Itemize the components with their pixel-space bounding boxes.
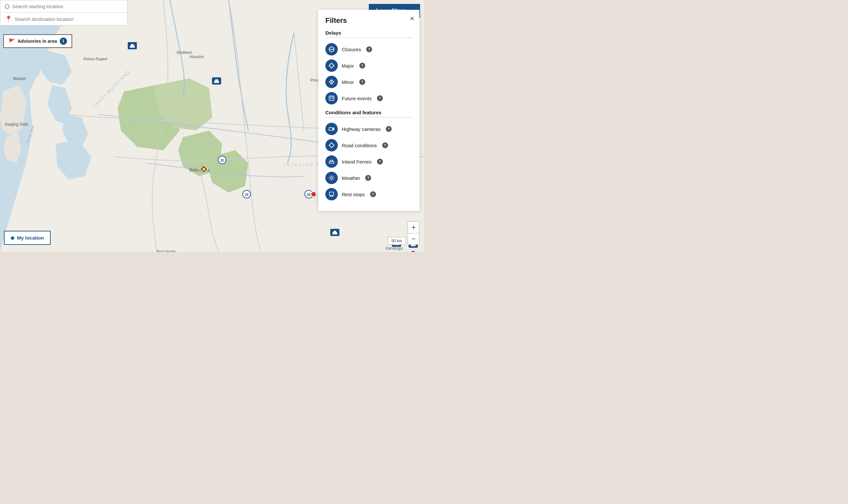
svg-line-73 <box>333 179 333 180</box>
closures-label: Closures <box>342 47 361 52</box>
road-conditions-label: Road conditions <box>342 143 377 148</box>
rest-stops-icon <box>325 188 338 200</box>
minor-icon <box>325 76 338 88</box>
filter-weather[interactable]: Weather ? <box>325 172 412 184</box>
major-icon <box>325 59 338 72</box>
destination-icon: 📍 <box>5 16 12 22</box>
road-conditions-icon <box>325 139 338 151</box>
svg-text:Masset: Masset <box>13 76 26 81</box>
start-icon <box>5 4 10 9</box>
zoom-in-button[interactable]: + <box>408 221 419 233</box>
inland-ferries-icon <box>325 156 338 168</box>
inland-ferries-label: Inland Ferries <box>342 159 372 164</box>
closure-marker-6[interactable] <box>310 191 317 197</box>
filters-close-button[interactable]: × <box>410 14 414 23</box>
future-events-help[interactable]: ? <box>377 95 383 101</box>
svg-rect-38 <box>215 79 218 80</box>
svg-text:Port Hardy: Port Hardy <box>157 249 175 252</box>
svg-text:Daajing Giids: Daajing Giids <box>5 122 28 127</box>
highway-cameras-label: Highway cameras <box>342 126 381 132</box>
svg-rect-48 <box>332 234 338 234</box>
svg-text:Prince Rupert: Prince Rupert <box>83 57 107 61</box>
advisories-label: Advisories in area <box>18 38 57 44</box>
filter-highway-cameras[interactable]: Highway cameras ? <box>325 123 412 135</box>
major-help[interactable]: ? <box>359 63 365 69</box>
svg-line-74 <box>333 176 333 177</box>
advisories-button[interactable]: 🚩 Advisories in area 1 <box>3 34 72 48</box>
svg-rect-35 <box>131 44 134 46</box>
filter-road-conditions[interactable]: Road conditions ? <box>325 139 412 151</box>
inland-ferries-help[interactable]: ? <box>377 159 383 164</box>
flag-icon: 🚩 <box>8 38 15 44</box>
svg-rect-76 <box>329 192 333 195</box>
svg-rect-60 <box>332 98 333 99</box>
road-conditions-help[interactable]: ? <box>382 142 388 148</box>
ferry-marker-2[interactable] <box>212 77 221 85</box>
svg-rect-65 <box>330 160 333 162</box>
svg-text:Smithers: Smithers <box>176 50 192 55</box>
svg-marker-51 <box>329 63 334 68</box>
filter-closures[interactable]: Closures ? <box>325 43 412 55</box>
svg-text:Houston: Houston <box>189 55 204 59</box>
zoom-controls: + − <box>408 221 419 245</box>
search-destination-input[interactable] <box>15 16 122 22</box>
location-marker[interactable]: ◆ <box>200 165 208 173</box>
closures-help[interactable]: ? <box>366 46 372 52</box>
zoom-out-button[interactable]: − <box>408 233 419 245</box>
svg-marker-62 <box>332 127 334 130</box>
weather-icon <box>325 172 338 184</box>
svg-rect-36 <box>130 47 135 48</box>
minor-help[interactable]: ? <box>359 79 365 85</box>
future-events-label: Future events <box>342 96 372 101</box>
my-location-icon: ◈ <box>11 235 14 241</box>
filters-title: Filters <box>325 16 412 25</box>
svg-rect-47 <box>333 231 336 232</box>
ferry-marker-1[interactable] <box>128 42 137 49</box>
my-location-label: My location <box>17 235 44 240</box>
scale-bar: 50 km <box>388 237 406 245</box>
rest-stops-label: Rest stops <box>342 192 365 197</box>
my-location-button[interactable]: ◈ My location <box>4 231 51 245</box>
svg-rect-55 <box>329 96 334 100</box>
search-starting-input[interactable] <box>12 4 122 9</box>
filter-rest-stops[interactable]: Rest stops ? <box>325 188 412 200</box>
highway-cameras-icon <box>325 123 338 135</box>
filters-panel: Filters × Delays Closures ? Major ? Mino… <box>318 10 419 211</box>
rest-stops-help[interactable]: ? <box>370 191 376 197</box>
svg-text:Kamloops: Kamloops <box>385 246 403 251</box>
future-events-icon <box>325 92 338 105</box>
svg-rect-45 <box>411 246 416 246</box>
weather-help[interactable]: ? <box>365 175 371 181</box>
filter-minor[interactable]: Minor ? <box>325 76 412 88</box>
search-panel: 📍 <box>0 0 127 25</box>
advisory-count: 1 <box>60 38 67 45</box>
closure-marker-8[interactable] <box>410 250 416 252</box>
delays-section-title: Delays <box>325 30 412 38</box>
svg-line-75 <box>330 179 330 180</box>
svg-text:20: 20 <box>220 159 224 162</box>
minor-label: Minor <box>342 79 354 85</box>
closures-icon <box>325 43 338 55</box>
svg-rect-59 <box>330 98 331 99</box>
major-label: Major <box>342 63 354 69</box>
destination-location-box[interactable]: 📍 <box>0 13 127 25</box>
conditions-section-title: Conditions and features <box>325 110 412 118</box>
svg-text:20: 20 <box>245 193 248 197</box>
svg-line-72 <box>330 176 330 177</box>
filter-major[interactable]: Major ? <box>325 59 412 72</box>
svg-point-67 <box>331 177 333 179</box>
starting-location-box[interactable] <box>0 0 127 13</box>
svg-marker-63 <box>329 143 334 148</box>
highway-cameras-help[interactable]: ? <box>386 126 392 132</box>
svg-rect-61 <box>329 128 333 130</box>
filter-future-events[interactable]: Future events ? <box>325 92 412 105</box>
weather-label: Weather <box>342 175 360 181</box>
svg-rect-39 <box>214 82 219 83</box>
filter-inland-ferries[interactable]: Inland Ferries ? <box>325 156 412 168</box>
ferry-marker-5[interactable] <box>330 229 340 236</box>
